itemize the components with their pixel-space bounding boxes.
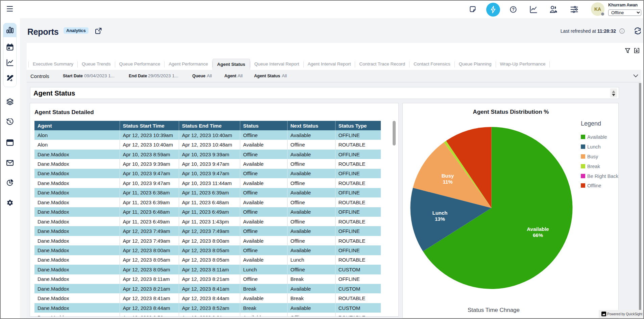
svg-text:i: i <box>622 29 623 33</box>
svg-text:?: ? <box>512 7 515 12</box>
